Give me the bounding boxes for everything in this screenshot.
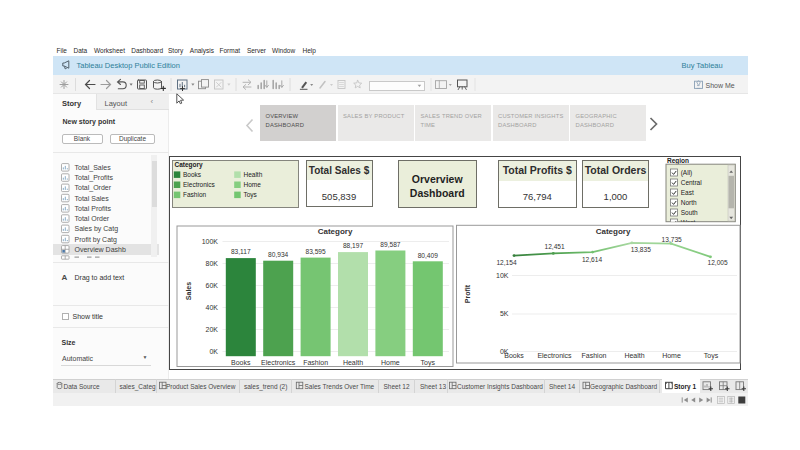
svg-text:13,835: 13,835	[631, 246, 652, 253]
svg-text:Profit by Catg: Profit by Catg	[75, 236, 118, 244]
svg-text:13,735: 13,735	[662, 236, 683, 243]
svg-text:0K: 0K	[209, 348, 218, 355]
svg-text:80,409: 80,409	[418, 252, 439, 259]
svg-text:Toys: Toys	[421, 359, 436, 367]
svg-text:60K: 60K	[206, 282, 219, 289]
svg-text:Toys: Toys	[244, 191, 258, 199]
svg-text:Central: Central	[681, 179, 703, 186]
svg-text:Home: Home	[662, 352, 681, 359]
svg-text:80K: 80K	[206, 260, 219, 267]
svg-text:North: North	[681, 199, 697, 206]
svg-text:Total Profits: Total Profits	[75, 205, 112, 212]
svg-text:Toys: Toys	[704, 352, 719, 360]
svg-text:89,587: 89,587	[380, 241, 401, 248]
svg-text:83,117: 83,117	[231, 248, 251, 255]
svg-text:Health: Health	[624, 352, 644, 359]
svg-text:South: South	[681, 209, 698, 216]
svg-text:Category: Category	[596, 227, 631, 236]
svg-text:Home: Home	[381, 359, 400, 366]
svg-text:Home: Home	[244, 181, 262, 188]
svg-text:20K: 20K	[206, 326, 219, 333]
svg-text:12,451: 12,451	[545, 243, 566, 250]
svg-text:12,614: 12,614	[582, 256, 603, 263]
svg-text:Electronics: Electronics	[537, 352, 572, 359]
svg-text:83,595: 83,595	[306, 248, 327, 255]
svg-text:Electronics: Electronics	[183, 181, 216, 188]
svg-text:100K: 100K	[202, 238, 219, 245]
svg-text:5K: 5K	[500, 310, 509, 317]
svg-text:Category: Category	[318, 227, 353, 236]
svg-text:10K: 10K	[496, 272, 509, 279]
svg-text:Region: Region	[667, 157, 689, 165]
svg-text:(All): (All)	[681, 169, 693, 177]
svg-text:Total_Order: Total_Order	[75, 184, 112, 192]
svg-text:12,154: 12,154	[496, 259, 517, 266]
svg-text:80,934: 80,934	[268, 251, 289, 258]
svg-text:40K: 40K	[206, 304, 219, 311]
svg-text:Sales by Catg: Sales by Catg	[75, 225, 119, 233]
svg-text:Fashion: Fashion	[582, 352, 607, 359]
svg-text:Fashion: Fashion	[303, 359, 328, 366]
svg-text:Electronics: Electronics	[261, 359, 296, 366]
svg-text:Fashion: Fashion	[183, 191, 207, 198]
svg-text:Total_Sales: Total_Sales	[75, 164, 112, 172]
svg-text:Health: Health	[244, 171, 263, 178]
svg-text:Total Order: Total Order	[75, 215, 110, 222]
svg-text:East: East	[681, 189, 694, 196]
svg-text:Profit: Profit	[464, 284, 471, 303]
svg-text:Overview Dashb: Overview Dashb	[75, 246, 126, 253]
svg-text:Books: Books	[504, 352, 524, 359]
svg-text:Books: Books	[231, 359, 251, 366]
svg-text:Total_Profits: Total_Profits	[75, 174, 114, 182]
svg-text:Total Sales: Total Sales	[75, 195, 110, 202]
svg-text:88,197: 88,197	[343, 242, 364, 249]
svg-text:Category: Category	[175, 161, 204, 169]
svg-text:12,005: 12,005	[708, 259, 729, 266]
svg-text:Books: Books	[183, 171, 202, 178]
svg-text:Sales: Sales	[185, 282, 192, 300]
svg-text:Health: Health	[343, 359, 363, 366]
